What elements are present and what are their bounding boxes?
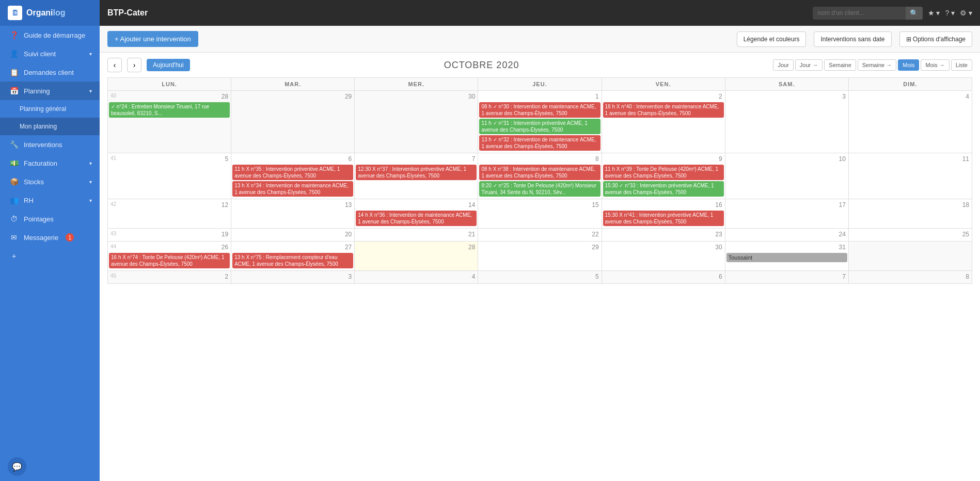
calendar-day-cell[interactable]: 4028✓ n°24 : Entretien Monsieur Tiruani,… xyxy=(108,91,231,153)
sidebar-item-stocks[interactable]: 📦 Stocks ▾ xyxy=(0,172,100,191)
chat-button[interactable]: 💬 xyxy=(8,457,26,476)
calendar-day-cell[interactable]: 5 xyxy=(478,271,602,284)
calendar-event[interactable]: 12:30 X n°37 : Intervention préventive A… xyxy=(356,165,477,180)
calendar-event[interactable]: 14 h X n°36 : Intervention de maintenanc… xyxy=(356,211,477,226)
calendar-event[interactable]: 08 h ✓ n°30 : Intervention de maintenanc… xyxy=(479,102,600,118)
settings-icon[interactable]: ⚙ ▾ xyxy=(960,9,972,17)
calendar-day-cell[interactable]: 1615:30 X n°41 : Intervention préventive… xyxy=(602,199,725,229)
calendar-day-cell[interactable] xyxy=(848,242,972,271)
view-semaine[interactable]: Semaine xyxy=(824,59,856,71)
calendar-week-row: 4319202122232425 xyxy=(108,229,972,242)
help-icon[interactable]: ? ▾ xyxy=(945,9,955,17)
calendar-day-cell[interactable]: 13 xyxy=(231,199,355,229)
calendar-day-cell[interactable]: 6 xyxy=(602,271,725,284)
legend-button[interactable]: Légende et couleurs xyxy=(737,31,807,47)
calendar-day-cell[interactable]: 21 xyxy=(355,229,478,242)
sidebar-item-add[interactable]: + xyxy=(0,247,100,265)
calendar-day-cell[interactable]: 108 h ✓ n°30 : Intervention de maintenan… xyxy=(478,91,602,153)
logo-area[interactable]: 🗓 Organilog xyxy=(0,0,100,26)
calendar-day-cell[interactable]: 30 xyxy=(355,91,478,153)
view-jour-arrow[interactable]: Jour → xyxy=(795,59,823,71)
calendar-day-cell[interactable]: 911 h X n°39 : Tonte De Pelouse (420m²) … xyxy=(602,153,725,199)
view-jour[interactable]: Jour xyxy=(773,59,793,71)
calendar-day-cell[interactable]: 30 xyxy=(602,242,725,271)
sidebar-item-planning[interactable]: 📅 Planning ▾ xyxy=(0,82,100,100)
calendar-day-cell[interactable]: 25 xyxy=(848,229,972,242)
calendar-day-cell[interactable]: 22 xyxy=(478,229,602,242)
add-intervention-button[interactable]: + Ajouter une intervention xyxy=(107,31,198,47)
sidebar-item-suivi-client[interactable]: 👤 Suivi client ▾ xyxy=(0,44,100,63)
calendar-day-cell[interactable]: 11 xyxy=(848,153,972,199)
col-mer: MER. xyxy=(355,78,478,91)
calendar-nav: ‹ › Aujourd'hui OCTOBRE 2020 Jour Jour →… xyxy=(107,58,972,72)
calendar-event[interactable]: 16 h X n°74 : Tonte De Pelouse (420m²) A… xyxy=(109,253,230,268)
star-icon[interactable]: ★ ▾ xyxy=(928,9,940,17)
calendar-day-cell[interactable]: 23 xyxy=(602,229,725,242)
sidebar-item-planning-general[interactable]: Planning général xyxy=(0,100,100,118)
calendar-event[interactable]: 11 h X n°39 : Tonte De Pelouse (420m²) A… xyxy=(603,165,724,180)
calendar-day-cell[interactable]: 29 xyxy=(231,91,355,153)
sidebar-item-demandes-client[interactable]: 📋 Demandes client xyxy=(0,63,100,82)
calendar-day-cell[interactable]: 15 xyxy=(478,199,602,229)
sidebar-item-label: Interventions xyxy=(24,141,62,149)
search-button[interactable]: 🔍 xyxy=(906,7,923,20)
sidebar-item-interventions[interactable]: 🔧 Interventions xyxy=(0,135,100,154)
calendar-day-cell[interactable]: 8 xyxy=(848,271,972,284)
calendar-event[interactable]: 15:30 ✓ n°33 : Intervention préventive A… xyxy=(603,181,724,197)
calendar-event[interactable]: 8:20 ✓ n°25 : Tonte De Pelouse (420m²) M… xyxy=(479,181,600,197)
calendar-event[interactable]: ✓ n°24 : Entretien Monsieur Tiruani, 17 … xyxy=(109,102,230,118)
calendar-day-cell[interactable]: 415 xyxy=(108,153,231,199)
calendar-day-cell[interactable]: 29 xyxy=(478,242,602,271)
chevron-down-icon: ▾ xyxy=(89,161,92,166)
sidebar-item-facturation[interactable]: 💵 Facturation ▾ xyxy=(0,154,100,172)
chevron-down-icon: ▾ xyxy=(89,179,92,185)
sidebar-item-messagerie[interactable]: ✉ Messagerie 1 xyxy=(0,228,100,247)
calendar-event[interactable]: 13 h X n°34 : Intervention de maintenanc… xyxy=(232,181,353,197)
calendar-day-cell[interactable]: 452 xyxy=(108,271,231,284)
calendar-day-cell[interactable]: 10 xyxy=(725,153,848,199)
plus-icon: + xyxy=(9,252,19,260)
calendar-day-cell[interactable]: 442616 h X n°74 : Tonte De Pelouse (420m… xyxy=(108,242,231,271)
calendar-day-cell[interactable]: 3 xyxy=(725,91,848,153)
calendar-day-cell[interactable]: 1414 h X n°36 : Intervention de maintena… xyxy=(355,199,478,229)
calendar-event[interactable]: 18 h X n°40 : Intervention de maintenanc… xyxy=(603,102,724,118)
calendar-day-cell[interactable]: 18 xyxy=(848,199,972,229)
calendar-day-cell[interactable]: 7 xyxy=(725,271,848,284)
calendar-day-cell[interactable]: 4 xyxy=(355,271,478,284)
calendar-day-cell[interactable]: 808 h X n°38 : Intervention de maintenan… xyxy=(478,153,602,199)
sidebar-item-pointages[interactable]: ⏱ Pointages xyxy=(0,210,100,228)
prev-button[interactable]: ‹ xyxy=(107,58,122,72)
calendar-day-cell[interactable]: 4212 xyxy=(108,199,231,229)
today-button[interactable]: Aujourd'hui xyxy=(147,59,190,71)
calendar-day-cell[interactable]: 611 h X n°35 : Intervention préventive A… xyxy=(231,153,355,199)
view-semaine-arrow[interactable]: Semaine → xyxy=(858,59,896,71)
calendar-day-cell[interactable]: 20 xyxy=(231,229,355,242)
sidebar-item-guide[interactable]: ❓ Guide de démarrage xyxy=(0,26,100,44)
calendar-day-cell[interactable]: 4 xyxy=(848,91,972,153)
calendar-event[interactable]: 13 h X n°75 : Remplacement compteur d'ea… xyxy=(232,253,353,268)
calendar-event[interactable]: 11 h X n°35 : Intervention préventive AC… xyxy=(232,165,353,180)
calendar-day-cell[interactable]: 712:30 X n°37 : Intervention préventive … xyxy=(355,153,478,199)
calendar-day-cell[interactable]: 24 xyxy=(725,229,848,242)
calendar-event[interactable]: 15:30 X n°41 : Intervention préventive A… xyxy=(603,211,724,226)
next-button[interactable]: › xyxy=(127,58,141,72)
calendar-day-cell[interactable]: 28 xyxy=(355,242,478,271)
calendar-day-cell[interactable]: 3 xyxy=(231,271,355,284)
calendar-day-cell[interactable]: 218 h X n°40 : Intervention de maintenan… xyxy=(602,91,725,153)
view-liste[interactable]: Liste xyxy=(951,59,972,71)
sidebar-item-rh[interactable]: 👥 RH ▾ xyxy=(0,191,100,210)
display-options-button[interactable]: ⊞ Options d'affichage xyxy=(899,31,972,47)
calendar-day-cell[interactable]: 4319 xyxy=(108,229,231,242)
calendar-day-cell[interactable]: 31Toussaint xyxy=(725,242,848,271)
view-mois-arrow[interactable]: Mois → xyxy=(921,59,949,71)
calendar-event[interactable]: 11 h ✓ n°31 : Intervention préventive AC… xyxy=(479,119,600,134)
view-mois[interactable]: Mois xyxy=(898,59,919,71)
calendar-event[interactable]: Toussaint xyxy=(726,253,847,262)
calendar-event[interactable]: 08 h X n°38 : Intervention de maintenanc… xyxy=(479,165,600,180)
calendar-day-cell[interactable]: 17 xyxy=(725,199,848,229)
no-date-button[interactable]: Interventions sans date xyxy=(814,31,891,47)
sidebar-item-mon-planning[interactable]: Mon planning xyxy=(0,118,100,135)
calendar-day-cell[interactable]: 2713 h X n°75 : Remplacement compteur d'… xyxy=(231,242,355,271)
calendar-event[interactable]: 13 h ✓ n°32 : Intervention de maintenanc… xyxy=(479,135,600,151)
search-input[interactable] xyxy=(813,7,906,19)
